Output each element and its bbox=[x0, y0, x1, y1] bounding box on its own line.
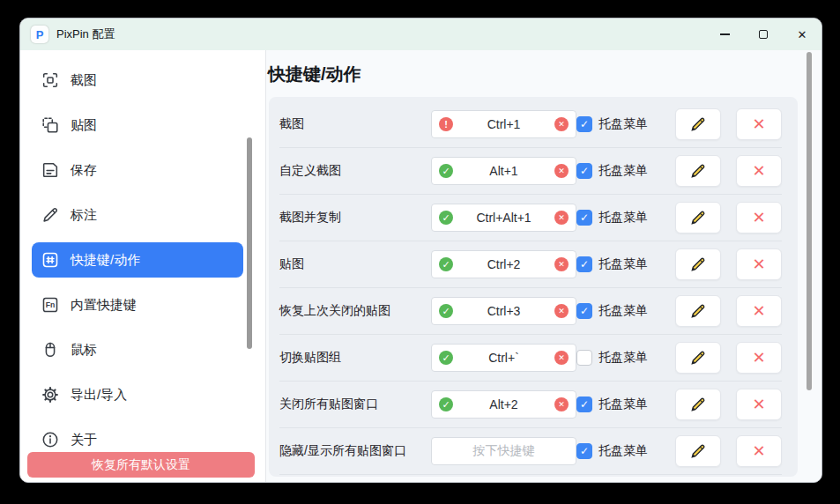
delete-button[interactable]: ✕ bbox=[736, 108, 782, 140]
tray-checkbox[interactable]: ✓ bbox=[576, 256, 592, 272]
maximize-button[interactable] bbox=[744, 19, 783, 50]
clear-icon[interactable]: ✕ bbox=[554, 211, 569, 225]
delete-icon: ✕ bbox=[752, 163, 765, 179]
status-icon: ✓ bbox=[439, 257, 453, 271]
delete-icon: ✕ bbox=[752, 443, 765, 459]
main-scrollbar[interactable] bbox=[807, 52, 812, 390]
tray-checkbox[interactable]: ✓ bbox=[576, 397, 592, 412]
tray-checkbox[interactable]: ✓ bbox=[576, 443, 592, 459]
hotkey-list: 截图 ! Ctrl+1 ✕ ✓ 托盘菜单 ✕ bbox=[269, 97, 798, 477]
delete-button[interactable]: ✕ bbox=[736, 389, 782, 420]
edit-button[interactable] bbox=[675, 389, 721, 420]
minimize-button[interactable] bbox=[705, 19, 744, 50]
shortcut-input[interactable]: ✓ Ctrl+3 ✕ bbox=[431, 297, 576, 325]
sidebar-item-label: 关于 bbox=[71, 432, 97, 448]
tray-menu-label: 托盘菜单 bbox=[598, 350, 648, 366]
shortcut-input[interactable]: ✓ Alt+2 ✕ bbox=[431, 390, 576, 419]
tray-menu-label: 托盘菜单 bbox=[598, 210, 648, 226]
edit-button[interactable] bbox=[675, 202, 721, 233]
save-icon bbox=[41, 160, 60, 180]
edit-button[interactable] bbox=[675, 155, 721, 187]
delete-button[interactable]: ✕ bbox=[736, 435, 782, 467]
hotkey-row: 截图并复制 ✓ Ctrl+Alt+1 ✕ ✓ 托盘菜单 ✕ bbox=[279, 195, 782, 241]
shortcut-input[interactable]: 按下快捷键 bbox=[431, 437, 576, 465]
clear-icon[interactable]: ✕ bbox=[554, 117, 569, 131]
shortcut-value: Alt+2 bbox=[453, 397, 554, 411]
edit-button[interactable] bbox=[675, 342, 721, 374]
tray-checkbox[interactable] bbox=[576, 350, 592, 366]
pin-image-icon bbox=[41, 115, 60, 135]
shortcut-input[interactable]: ! Ctrl+1 ✕ bbox=[431, 110, 576, 138]
delete-button[interactable]: ✕ bbox=[736, 155, 782, 187]
tray-checkbox[interactable]: ✓ bbox=[576, 116, 592, 132]
tray-checkbox[interactable]: ✓ bbox=[576, 303, 592, 319]
clear-icon[interactable]: ✕ bbox=[554, 304, 569, 318]
sidebar-item-label: 内置快捷键 bbox=[71, 297, 137, 314]
tray-menu-label: 托盘菜单 bbox=[598, 303, 648, 319]
delete-icon: ✕ bbox=[752, 350, 765, 366]
edit-button[interactable] bbox=[675, 435, 721, 467]
sidebar-scrollbar[interactable] bbox=[247, 137, 252, 349]
shortcut-input[interactable]: ✓ Ctrl+Alt+1 ✕ bbox=[431, 204, 576, 232]
delete-button[interactable]: ✕ bbox=[736, 295, 782, 327]
minimize-icon bbox=[720, 33, 730, 34]
hotkey-label: 贴图 bbox=[279, 256, 431, 272]
edit-button[interactable] bbox=[675, 295, 721, 327]
edit-button[interactable] bbox=[675, 248, 721, 280]
pencil-icon bbox=[689, 209, 707, 226]
shortcut-value: Ctrl+3 bbox=[453, 304, 554, 318]
maximize-icon bbox=[759, 30, 768, 39]
hotkey-row: 截图 ! Ctrl+1 ✕ ✓ 托盘菜单 ✕ bbox=[279, 101, 782, 148]
tray-menu-label: 托盘菜单 bbox=[598, 116, 648, 132]
title-bar[interactable]: P PixPin 配置 ✕ bbox=[20, 19, 821, 50]
clear-icon[interactable]: ✕ bbox=[554, 397, 569, 411]
pixpin-config-window: P PixPin 配置 ✕ 截图 bbox=[19, 18, 822, 483]
hotkey-hash-icon bbox=[41, 250, 60, 270]
clear-icon[interactable]: ✕ bbox=[554, 257, 569, 271]
delete-button[interactable]: ✕ bbox=[736, 202, 782, 233]
pencil-icon bbox=[689, 115, 707, 133]
delete-button[interactable]: ✕ bbox=[736, 342, 782, 374]
edit-button[interactable] bbox=[675, 108, 721, 140]
sidebar-item-export-import[interactable]: 导出/导入 bbox=[32, 377, 243, 412]
shortcut-input[interactable]: ✓ Ctrl+2 ✕ bbox=[431, 250, 576, 278]
pencil-icon bbox=[689, 442, 707, 460]
hotkey-row: 贴图 ✓ Ctrl+2 ✕ ✓ 托盘菜单 ✕ bbox=[279, 241, 782, 288]
status-icon: ✓ bbox=[439, 164, 453, 178]
hotkey-row: 恢复上次关闭的贴图 ✓ Ctrl+3 ✕ ✓ 托盘菜单 ✕ bbox=[279, 288, 782, 335]
delete-icon: ✕ bbox=[752, 256, 765, 272]
close-button[interactable]: ✕ bbox=[783, 19, 821, 50]
delete-button[interactable]: ✕ bbox=[736, 248, 782, 280]
shortcut-value: Ctrl+` bbox=[453, 351, 554, 365]
shortcut-input[interactable]: ✓ Alt+1 ✕ bbox=[431, 157, 576, 185]
shortcut-input[interactable]: ✓ Ctrl+` ✕ bbox=[431, 344, 576, 372]
sidebar-item-builtin-hotkeys[interactable]: Fn 内置快捷键 bbox=[32, 287, 243, 322]
restore-defaults-button[interactable]: 恢复所有默认设置 bbox=[27, 452, 255, 478]
status-icon: ✓ bbox=[439, 211, 453, 225]
sidebar-item-save[interactable]: 保存 bbox=[32, 152, 243, 188]
annotate-pencil-icon bbox=[41, 205, 60, 225]
sidebar-item-screenshot[interactable]: 截图 bbox=[32, 63, 243, 98]
sidebar-item-mouse[interactable]: 鼠标 bbox=[32, 332, 243, 367]
sidebar: 截图 贴图 保存 标注 bbox=[20, 50, 265, 483]
sidebar-item-label: 导出/导入 bbox=[71, 387, 127, 404]
status-icon: ! bbox=[439, 117, 453, 131]
svg-text:Fn: Fn bbox=[46, 300, 56, 309]
delete-icon: ✕ bbox=[752, 210, 765, 226]
hotkey-label: 自定义截图 bbox=[279, 163, 431, 179]
clear-icon[interactable]: ✕ bbox=[554, 351, 569, 365]
screenshot-icon bbox=[41, 70, 60, 90]
tray-checkbox[interactable]: ✓ bbox=[576, 210, 592, 226]
tray-menu-label: 托盘菜单 bbox=[598, 256, 648, 272]
tray-checkbox[interactable]: ✓ bbox=[576, 163, 592, 179]
sidebar-item-pin-image[interactable]: 贴图 bbox=[32, 107, 243, 143]
hotkey-row: 切换贴图组 ✓ Ctrl+` ✕ 托盘菜单 ✕ bbox=[279, 335, 782, 382]
sidebar-item-annotate[interactable]: 标注 bbox=[32, 197, 243, 233]
pencil-icon bbox=[689, 349, 707, 367]
delete-icon: ✕ bbox=[752, 303, 765, 319]
clear-icon[interactable]: ✕ bbox=[554, 164, 569, 178]
sidebar-item-label: 截图 bbox=[71, 72, 97, 89]
sidebar-item-hotkeys[interactable]: 快捷键/动作 bbox=[32, 242, 243, 278]
hotkey-label: 关闭所有贴图窗口 bbox=[279, 397, 431, 412]
window-title: PixPin 配置 bbox=[56, 26, 115, 42]
